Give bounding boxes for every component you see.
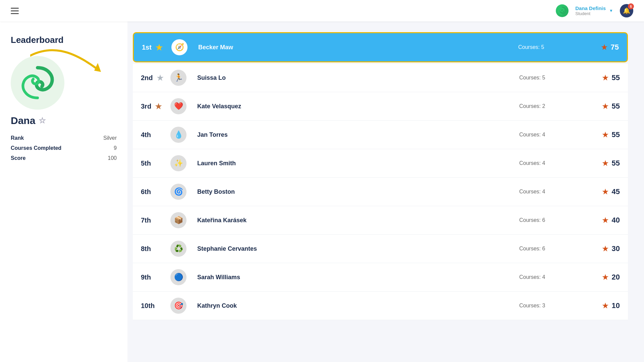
name-col: Kate Velasquez [189, 103, 519, 110]
row-avatar: 🏃 [170, 70, 186, 86]
leaderboard-row-2[interactable]: 2nd ★ 🏃 Suissa Lo Courses: 5 ★ 55 [133, 64, 628, 92]
avatar-col: ✨ [168, 155, 189, 171]
leaderboard-title: Leaderboard [11, 35, 64, 45]
leaderboard-row-10[interactable]: 10th 🎯 Kathryn Cook Courses: 3 ★ 10 [133, 292, 628, 320]
leaderboard-row-8[interactable]: 8th ♻️ Stephanie Cervantes Courses: 6 ★ … [133, 235, 628, 263]
avatar-col: 🔵 [168, 269, 189, 285]
user-name: Dana Definis [575, 5, 606, 11]
row-avatar: 🌀 [170, 184, 186, 200]
row-avatar: ♻️ [170, 241, 186, 257]
stat-value-courses: 9 [114, 145, 117, 151]
score-col: ★ 75 [579, 43, 619, 52]
rank-text: 6th [141, 188, 151, 196]
score-col: ★ 30 [580, 244, 620, 253]
name-text: Kateřina Karásek [197, 217, 247, 224]
score-star-icon: ★ [602, 216, 609, 225]
courses-col: Courses: 5 [518, 44, 579, 50]
name-col: Kateřina Karásek [189, 217, 519, 224]
notifications-button[interactable]: 🔔 6 [620, 4, 633, 17]
courses-text: Courses: 3 [519, 303, 545, 308]
rank-text: 5th [141, 160, 151, 167]
leaderboard-list: 1st ★ 🧭 Becker Maw Courses: 5 ★ 75 2nd ★… [133, 32, 628, 320]
stat-label-score: Score [11, 155, 25, 161]
gold-star-icon: ★ [155, 42, 163, 53]
leaderboard-row-9[interactable]: 9th 🔵 Sarah Williams Courses: 4 ★ 20 [133, 263, 628, 292]
rank-text: 7th [141, 217, 151, 224]
rank-col: 7th [141, 217, 168, 224]
name-col: Lauren Smith [189, 160, 519, 167]
score-col: ★ 55 [580, 130, 620, 139]
courses-text: Courses: 6 [519, 246, 545, 251]
row-avatar: 📦 [170, 212, 186, 228]
score-col: ★ 55 [580, 73, 620, 82]
courses-col: Courses: 4 [519, 160, 580, 166]
score-star-icon: ★ [602, 102, 609, 111]
avatar-col: 🎯 [168, 298, 189, 314]
header-left [11, 8, 19, 14]
score-star-icon: ★ [602, 130, 609, 139]
silver-star-icon: ★ [156, 73, 164, 83]
score-star-icon: ★ [601, 43, 608, 52]
score-col: ★ 20 [580, 273, 620, 282]
name-col: Kathryn Cook [189, 302, 519, 309]
row-avatar: 💧 [170, 127, 186, 143]
rank-col: 2nd ★ [141, 73, 168, 83]
rank-col: 10th [141, 302, 168, 310]
score-num: 55 [612, 73, 620, 82]
row-avatar: 🧭 [171, 39, 187, 55]
courses-text: Courses: 5 [519, 75, 545, 80]
user-role: Student [575, 11, 590, 16]
dropdown-arrow-icon[interactable]: ▼ [609, 8, 613, 13]
user-info[interactable]: Dana Definis Student ▼ [575, 5, 613, 16]
leaderboard-row-4[interactable]: 4th 💧 Jan Torres Courses: 4 ★ 55 [133, 121, 628, 149]
stat-row-score: Score 100 [11, 153, 117, 163]
name-col: Betty Boston [189, 188, 519, 195]
leaderboard-row-6[interactable]: 6th 🌀 Betty Boston Courses: 4 ★ 45 [133, 178, 628, 206]
name-text: Stephanie Cervantes [197, 245, 257, 252]
courses-col: Courses: 2 [519, 103, 580, 109]
stats-table: Rank Silver Courses Completed 9 Score 10… [11, 133, 117, 163]
rank-text: 2nd [141, 74, 153, 82]
name-col: Becker Maw [190, 44, 518, 51]
courses-col: Courses: 6 [519, 217, 580, 223]
score-col: ★ 55 [580, 102, 620, 111]
name-text: Suissa Lo [197, 74, 226, 81]
score-col: ★ 55 [580, 159, 620, 168]
score-num: 55 [612, 159, 620, 168]
score-col: ★ 45 [580, 187, 620, 196]
rank-col: 4th [141, 131, 168, 139]
header-right: Dana Definis Student ▼ 🔔 6 [556, 4, 633, 17]
hamburger-menu[interactable] [11, 8, 19, 14]
leaderboard-row-5[interactable]: 5th ✨ Lauren Smith Courses: 4 ★ 55 [133, 149, 628, 178]
notification-badge: 6 [628, 3, 634, 9]
name-col: Jan Torres [189, 131, 519, 138]
main-layout: Leaderboard Dana ☆ Rank Silver [0, 0, 644, 362]
rank-col: 1st ★ [142, 42, 169, 53]
svg-marker-0 [94, 63, 104, 73]
score-num: 20 [612, 273, 620, 282]
score-star-icon: ★ [602, 187, 609, 196]
courses-col: Courses: 5 [519, 75, 580, 81]
avatar-col: 🌀 [168, 184, 189, 200]
score-star-icon: ★ [602, 244, 609, 253]
score-star-icon: ★ [602, 159, 609, 168]
courses-text: Courses: 4 [519, 160, 545, 166]
left-panel: Leaderboard Dana ☆ Rank Silver [0, 21, 127, 362]
courses-col: Courses: 6 [519, 246, 580, 252]
score-star-icon: ★ [602, 301, 609, 310]
leaderboard-row-1[interactable]: 1st ★ 🧭 Becker Maw Courses: 5 ★ 75 [133, 32, 628, 62]
avatar-col: 🧭 [169, 39, 190, 55]
courses-text: Courses: 2 [519, 103, 545, 109]
courses-text: Courses: 4 [519, 132, 545, 137]
rank-col: 6th [141, 188, 168, 196]
courses-text: Courses: 5 [518, 44, 544, 50]
name-text: Kathryn Cook [197, 302, 237, 309]
leaderboard-row-7[interactable]: 7th 📦 Kateřina Karásek Courses: 6 ★ 40 [133, 206, 628, 235]
courses-text: Courses: 4 [519, 274, 545, 280]
leaderboard-row-3[interactable]: 3rd ★ ❤️ Kate Velasquez Courses: 2 ★ 55 [133, 92, 628, 121]
rank-text: 3rd [141, 103, 151, 110]
score-num: 55 [612, 102, 620, 111]
rank-text: 9th [141, 274, 151, 281]
courses-col: Courses: 4 [519, 189, 580, 195]
top-header: Dana Definis Student ▼ 🔔 6 [0, 0, 644, 21]
